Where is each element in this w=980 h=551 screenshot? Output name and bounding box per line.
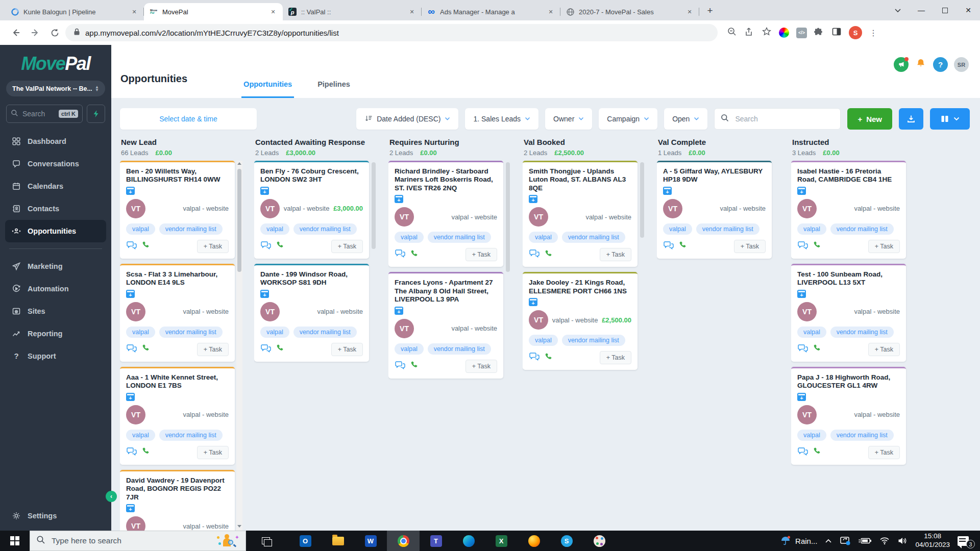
tag-valpal[interactable]: valpal <box>126 223 155 235</box>
weather-widget[interactable]: Rain... <box>780 535 817 546</box>
add-task-button[interactable]: + Task <box>734 240 766 253</box>
calendar-plus-icon[interactable] <box>126 290 135 298</box>
tag-valpal[interactable]: valpal <box>797 223 826 235</box>
tag-vendor-mailing-list[interactable]: vendor mailing list <box>159 430 223 441</box>
sidebar-item-marketing[interactable]: Marketing <box>5 255 106 278</box>
taskbar-app-outlook-icon[interactable]: O <box>289 531 322 551</box>
taskbar-app-firefox-icon[interactable] <box>518 531 550 551</box>
calendar-plus-icon[interactable] <box>126 504 135 512</box>
quick-actions-button[interactable] <box>87 105 105 123</box>
tag-vendor-mailing-list[interactable]: vendor mailing list <box>696 223 760 235</box>
calendar-plus-icon[interactable] <box>529 298 537 306</box>
chat-icon[interactable] <box>260 241 272 252</box>
calendar-plus-icon[interactable] <box>126 187 135 195</box>
board-search-input[interactable] <box>734 114 834 123</box>
add-task-button[interactable]: + Task <box>465 360 497 373</box>
calendar-plus-icon[interactable] <box>260 290 269 298</box>
code-extension-icon[interactable]: </> <box>796 28 807 38</box>
task-view-icon[interactable] <box>250 531 282 551</box>
browser-tab-kunle-balogun-pipeline[interactable]: Kunle Balogun | Pipeline ✕ <box>5 3 144 20</box>
owner-dropdown[interactable]: Owner <box>545 108 592 130</box>
phone-icon[interactable] <box>812 343 821 355</box>
tag-vendor-mailing-list[interactable]: vendor mailing list <box>159 223 223 235</box>
announcements-icon[interactable] <box>894 57 909 72</box>
extensions-puzzle-icon[interactable] <box>814 27 824 39</box>
tab-close-icon[interactable]: ✕ <box>130 7 139 16</box>
phone-icon[interactable] <box>275 343 284 355</box>
add-task-button[interactable]: + Task <box>331 343 363 356</box>
chat-icon[interactable] <box>797 344 808 355</box>
calendar-plus-icon[interactable] <box>529 195 537 203</box>
display-icon[interactable] <box>840 536 851 546</box>
notifications-bell-icon[interactable] <box>915 58 927 72</box>
address-bar[interactable]: app.mymovepal.com/v2/location/mYtHEJCrru… <box>65 24 718 41</box>
calendar-plus-icon[interactable] <box>797 393 806 401</box>
browser-tab-movepal[interactable]: MovePal MovePal ✕ <box>144 3 283 20</box>
add-task-button[interactable]: + Task <box>868 240 900 253</box>
phone-icon[interactable] <box>140 446 150 458</box>
phone-icon[interactable] <box>677 240 687 252</box>
chevron-up-icon[interactable] <box>825 538 832 543</box>
add-task-button[interactable]: + Task <box>197 240 229 253</box>
add-task-button[interactable]: + Task <box>197 446 229 459</box>
opportunity-card[interactable]: Isabel Hastie - 16 Pretoria Road, CAMBRI… <box>791 161 906 259</box>
browser-tab-2020-7-movepal-sales[interactable]: 2020-7 - MovePal - Sales ✕ <box>560 3 699 20</box>
tab-search-chevron-icon[interactable] <box>886 0 910 20</box>
close-button[interactable]: ✕ <box>957 0 980 20</box>
campaign-dropdown[interactable]: Campaign <box>599 108 657 130</box>
import-export-button[interactable] <box>899 108 923 130</box>
tag-valpal[interactable]: valpal <box>529 232 558 243</box>
opportunity-card[interactable]: Frances Lyons - Apartment 27 The Albany … <box>388 272 503 378</box>
tag-valpal[interactable]: valpal <box>797 430 826 441</box>
notification-center-icon[interactable]: 3 <box>958 533 975 548</box>
phone-icon[interactable] <box>812 446 821 458</box>
sidebar-item-settings[interactable]: Settings <box>0 501 111 531</box>
chat-icon[interactable] <box>126 344 137 355</box>
volume-icon[interactable] <box>897 537 908 545</box>
taskbar-app-word-icon[interactable]: W <box>354 531 387 551</box>
share-icon[interactable] <box>744 27 754 39</box>
tab-close-icon[interactable]: ✕ <box>546 7 555 16</box>
add-task-button[interactable]: + Task <box>600 248 631 261</box>
chat-icon[interactable] <box>126 241 137 252</box>
calendar-plus-icon[interactable] <box>797 187 806 195</box>
opportunity-card[interactable]: A - 5 Giffard Way, AYLESBURY HP18 9DW VT… <box>657 161 772 259</box>
add-task-button[interactable]: + Task <box>600 351 631 364</box>
sidebar-item-calendars[interactable]: Calendars <box>5 175 106 197</box>
opportunity-card[interactable]: Ben Fly - 76 Coburg Crescent, LONDON SW2… <box>254 161 369 259</box>
tab-close-icon[interactable]: ✕ <box>268 7 278 16</box>
sidebar-item-automation[interactable]: Automation <box>5 278 106 300</box>
help-icon[interactable]: ? <box>933 57 948 72</box>
profile-avatar[interactable]: S <box>849 26 862 39</box>
pipeline-dropdown[interactable]: 1. Sales Leads <box>465 108 538 130</box>
add-task-button[interactable]: + Task <box>331 240 363 253</box>
opportunity-card[interactable]: Jake Dooley - 21 Kings Road, ELLESMERE P… <box>523 272 638 370</box>
calendar-plus-icon[interactable] <box>663 187 672 195</box>
tag-valpal[interactable]: valpal <box>260 327 289 338</box>
opportunity-card[interactable]: Aaa - 1 White Kennet Street, LONDON E1 7… <box>120 367 235 465</box>
windows-search-input[interactable] <box>51 536 212 546</box>
sidebar-collapse-button[interactable]: ‹ <box>106 491 117 502</box>
calendar-plus-icon[interactable] <box>260 187 269 195</box>
chat-icon[interactable] <box>260 344 272 355</box>
sidebar-item-sites[interactable]: Sites <box>5 300 106 322</box>
sidebar-item-support[interactable]: ? Support <box>5 345 106 367</box>
windows-search-box[interactable]: ✦ <box>30 531 246 551</box>
tag-vendor-mailing-list[interactable]: vendor mailing list <box>293 327 357 338</box>
tag-valpal[interactable]: valpal <box>395 232 424 243</box>
calendar-plus-icon[interactable] <box>395 307 403 315</box>
add-task-button[interactable]: + Task <box>197 343 229 356</box>
chat-icon[interactable] <box>663 241 674 252</box>
add-task-button[interactable]: + Task <box>868 446 900 459</box>
sidebar-search-input[interactable] <box>21 109 56 118</box>
zoom-out-icon[interactable] <box>727 27 737 39</box>
tag-vendor-mailing-list[interactable]: vendor mailing list <box>830 223 894 235</box>
location-selector[interactable]: The ValPal Network -- Be... ▲▼ <box>6 81 105 96</box>
chat-icon[interactable] <box>797 447 808 458</box>
tab-opportunities[interactable]: Opportunities <box>241 80 294 98</box>
maximize-button[interactable] <box>933 0 957 20</box>
back-button[interactable] <box>7 24 24 41</box>
phone-icon[interactable] <box>409 360 419 372</box>
new-tab-button[interactable]: + <box>702 3 718 18</box>
opportunity-card[interactable]: Scsa - Flat 3 3 Limeharbour, LONDON E14 … <box>120 264 235 362</box>
